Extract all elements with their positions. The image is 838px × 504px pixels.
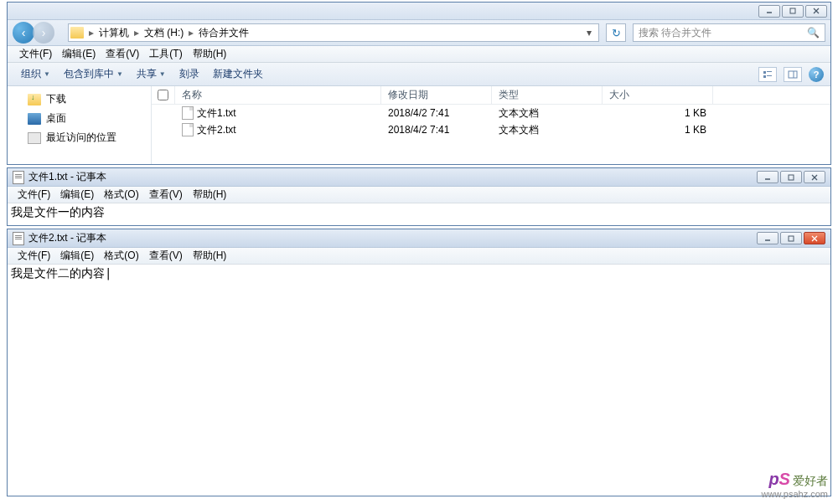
- notepad1-titlebar[interactable]: 文件1.txt - 记事本: [8, 168, 830, 187]
- notepad2-titlebar[interactable]: 文件2.txt - 记事本: [8, 229, 830, 248]
- svg-rect-8: [789, 71, 797, 78]
- watermark-url: www.psahz.com: [762, 489, 828, 499]
- breadcrumb-drive[interactable]: 文档 (H:): [141, 26, 187, 40]
- explorer-toolbar: 组织 ▼ 包含到库中 ▼ 共享 ▼ 刻录 新建文件夹 ?: [8, 63, 830, 86]
- svg-rect-1: [790, 8, 795, 13]
- maximize-button[interactable]: [782, 5, 804, 18]
- notepad-icon: [13, 232, 24, 245]
- menu-view[interactable]: 查看(V): [101, 47, 144, 61]
- column-checkbox[interactable]: [152, 86, 175, 104]
- sidebar: 下载 桌面 最近访问的位置: [8, 86, 152, 164]
- menu-help[interactable]: 帮助(H): [188, 249, 232, 263]
- tool-share[interactable]: 共享 ▼: [130, 67, 173, 81]
- maximize-button[interactable]: [780, 232, 802, 244]
- breadcrumb-computer[interactable]: 计算机: [96, 26, 132, 40]
- address-bar[interactable]: ▸ 计算机 ▸ 文档 (H:) ▸ 待合并文件 ▾: [68, 23, 599, 42]
- notepad1-menu-bar: 文件(F) 编辑(E) 格式(O) 查看(V) 帮助(H): [8, 187, 830, 203]
- maximize-button[interactable]: [780, 171, 802, 183]
- close-button[interactable]: [805, 5, 827, 18]
- menu-edit[interactable]: 编辑(E): [55, 249, 99, 263]
- tool-organize[interactable]: 组织 ▼: [14, 67, 57, 81]
- close-button[interactable]: [804, 171, 825, 183]
- notepad2-window: 文件2.txt - 记事本 文件(F) 编辑(E) 格式(O) 查看(V) 帮助…: [7, 229, 831, 496]
- search-icon: 🔍: [807, 27, 820, 39]
- txt-file-icon: [182, 106, 194, 120]
- svg-rect-6: [763, 75, 766, 78]
- select-all-checkbox[interactable]: [158, 90, 168, 100]
- tool-newfolder[interactable]: 新建文件夹: [206, 67, 270, 81]
- menu-view[interactable]: 查看(V): [144, 188, 188, 202]
- minimize-button[interactable]: [757, 232, 779, 244]
- svg-rect-15: [789, 236, 794, 241]
- menu-format[interactable]: 格式(O): [99, 188, 143, 202]
- menu-format[interactable]: 格式(O): [99, 249, 143, 263]
- column-date[interactable]: 修改日期: [381, 86, 492, 104]
- menu-edit[interactable]: 编辑(E): [55, 188, 99, 202]
- search-input[interactable]: 搜索 待合并文件 🔍: [633, 23, 825, 42]
- sidebar-recent[interactable]: 最近访问的位置: [8, 128, 151, 147]
- chevron-down-icon: ▼: [44, 70, 50, 78]
- notepad2-title: 文件2.txt - 记事本: [28, 231, 106, 245]
- folder-icon: [70, 27, 84, 39]
- search-placeholder: 搜索 待合并文件: [639, 26, 711, 40]
- address-row: ‹ › ▸ 计算机 ▸ 文档 (H:) ▸ 待合并文件 ▾ ↻ 搜索 待合并文件…: [8, 20, 830, 46]
- chevron-down-icon: ▼: [159, 70, 166, 78]
- tool-burn[interactable]: 刻录: [173, 67, 206, 81]
- explorer-body: 下载 桌面 最近访问的位置 名称 修改日期 类型 大小 文件1.txt 2018…: [8, 86, 830, 164]
- chevron-right-icon: ▸: [132, 27, 141, 39]
- refresh-button[interactable]: ↻: [606, 23, 626, 42]
- chevron-down-icon: ▼: [116, 70, 123, 78]
- column-type[interactable]: 类型: [492, 86, 603, 104]
- file-row[interactable]: 文件1.txt 2018/4/2 7:41 文本文档 1 KB: [152, 105, 830, 121]
- preview-pane-button[interactable]: [784, 67, 802, 82]
- menu-tools[interactable]: 工具(T): [144, 47, 187, 61]
- notepad2-menu-bar: 文件(F) 编辑(E) 格式(O) 查看(V) 帮助(H): [8, 248, 830, 265]
- menu-edit[interactable]: 编辑(E): [57, 47, 101, 61]
- sidebar-downloads[interactable]: 下载: [8, 90, 151, 109]
- menu-file[interactable]: 文件(F): [13, 249, 55, 263]
- menu-help[interactable]: 帮助(H): [188, 188, 232, 202]
- file-row[interactable]: 文件2.txt 2018/4/2 7:41 文本文档 1 KB: [152, 121, 830, 138]
- chevron-right-icon: ▸: [187, 27, 195, 39]
- notepad2-content[interactable]: 我是文件二的内容: [8, 265, 830, 283]
- chevron-right-icon: ▸: [87, 27, 96, 39]
- minimize-button[interactable]: [758, 5, 780, 18]
- minimize-button[interactable]: [757, 171, 779, 183]
- menu-help[interactable]: 帮助(H): [188, 47, 232, 61]
- forward-button[interactable]: ›: [33, 22, 54, 44]
- svg-rect-7: [767, 75, 772, 76]
- watermark: pS 爱好者 www.psahz.com: [762, 470, 828, 499]
- nav-buttons: ‹ ›: [13, 22, 61, 44]
- menu-file[interactable]: 文件(F): [14, 47, 57, 61]
- svg-rect-5: [767, 71, 772, 72]
- back-button[interactable]: ‹: [13, 22, 34, 44]
- desktop-icon: [28, 113, 41, 125]
- explorer-titlebar: [8, 3, 830, 20]
- menu-file[interactable]: 文件(F): [13, 188, 55, 202]
- sidebar-desktop[interactable]: 桌面: [8, 109, 151, 128]
- notepad1-title: 文件1.txt - 记事本: [28, 170, 106, 184]
- view-mode-button[interactable]: [758, 67, 777, 82]
- explorer-window: ‹ › ▸ 计算机 ▸ 文档 (H:) ▸ 待合并文件 ▾ ↻ 搜索 待合并文件…: [7, 2, 831, 165]
- column-name[interactable]: 名称: [175, 86, 381, 104]
- downloads-icon: [28, 94, 41, 105]
- column-size[interactable]: 大小: [603, 86, 713, 104]
- recent-icon: [28, 132, 41, 144]
- help-button[interactable]: ?: [809, 67, 824, 82]
- notepad1-window: 文件1.txt - 记事本 文件(F) 编辑(E) 格式(O) 查看(V) 帮助…: [7, 167, 831, 226]
- file-list: 名称 修改日期 类型 大小 文件1.txt 2018/4/2 7:41 文本文档…: [152, 86, 830, 164]
- svg-rect-4: [763, 71, 766, 74]
- tool-include[interactable]: 包含到库中 ▼: [57, 67, 130, 81]
- svg-rect-11: [789, 175, 794, 180]
- txt-file-icon: [182, 123, 194, 136]
- address-dropdown-icon[interactable]: ▾: [582, 27, 597, 39]
- notepad1-content[interactable]: 我是文件一的内容: [8, 203, 830, 222]
- close-button[interactable]: [804, 232, 825, 244]
- file-list-header: 名称 修改日期 类型 大小: [152, 86, 830, 105]
- menu-view[interactable]: 查看(V): [144, 249, 188, 263]
- notepad-icon: [13, 171, 24, 184]
- breadcrumb-folder[interactable]: 待合并文件: [195, 26, 252, 40]
- explorer-menu-bar: 文件(F) 编辑(E) 查看(V) 工具(T) 帮助(H): [8, 46, 830, 63]
